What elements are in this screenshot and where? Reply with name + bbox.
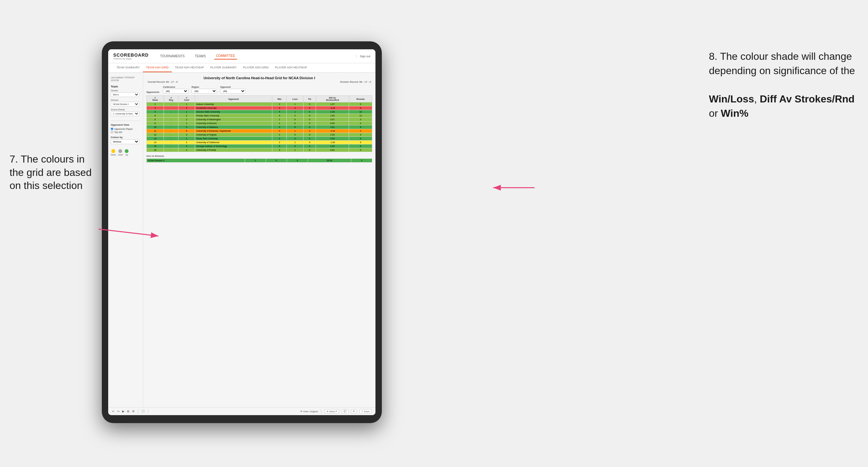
colour-legend: Down Level Up — [111, 149, 140, 156]
undo-icon[interactable]: ↩ — [112, 410, 115, 413]
school-label: School (Rank) — [111, 108, 140, 111]
bottom-toolbar: ↩ ↪ ▶ ⊞ ⚙ 🕐 👁 View: Original 👁 Watch ▾ 💬… — [108, 407, 375, 415]
toolbar-divider2 — [148, 409, 148, 413]
table-header-row: #Rank #Reg #Conf Opponent Win Loss Tie D… — [147, 96, 372, 102]
tablet-screen: SCOREBOARD Powered by clippd TOURNAMENTS… — [108, 49, 375, 415]
table-row: 16-2University of Florida3106.625 — [147, 148, 372, 152]
opponent-filter-select[interactable]: (All) — [220, 89, 246, 94]
subnav-team-h2h-grid[interactable]: TEAM H2H GRID — [143, 63, 172, 72]
filters-row: Opponents: Conference (All) Region (All) — [146, 86, 372, 94]
toolbar-divider3 — [321, 409, 321, 413]
opponent-view-label: Opponent View — [111, 123, 140, 126]
team-section-title: Team — [111, 85, 140, 88]
colour-by-label: Colour by — [111, 136, 140, 139]
radio-top100[interactable]: Top 100 — [111, 131, 140, 133]
subnav-team-h2h-heatmap[interactable]: TEAM H2H HEATMAP — [172, 63, 207, 72]
table-row: 14-2University of Oklahoma210-1.009 — [147, 141, 372, 145]
table-row: 12-3University of Virginia1002.333 — [147, 133, 372, 137]
nav-tournaments[interactable]: TOURNAMENTS — [158, 53, 186, 59]
table-row: 13-1Texas Tech University3005.569 — [147, 137, 372, 141]
col-diff: Diff AvStrokes/Rnd — [316, 96, 349, 102]
colour-by-select[interactable]: Win/loss Diff Av Strokes/Rnd Win% — [111, 139, 140, 144]
tablet-device: SCOREBOARD Powered by clippd TOURNAMENTS… — [102, 41, 382, 423]
legend-up: Up — [125, 149, 128, 156]
annotation-bold-winloss: Win/Loss — [709, 93, 754, 105]
out-of-division-label: Out of division — [146, 155, 372, 157]
out-division-tie: 0 — [287, 159, 308, 162]
copy-icon[interactable]: ⊞ — [127, 410, 129, 413]
content-area: Last Updated: 27/03/2024 16:55:38 Team G… — [108, 73, 375, 407]
table-row: 4-1Arizona State University5102.2816 — [147, 110, 372, 114]
redo-icon[interactable]: ↪ — [117, 410, 120, 413]
radio-opponents-played[interactable]: Opponents Played — [111, 128, 140, 130]
table-row: 10-5University of Alabama3002.618 — [147, 125, 372, 129]
subnav-player-h2h-heatmap[interactable]: PLAYER H2H HEATMAP — [272, 63, 310, 72]
col-rounds: Rounds — [349, 96, 372, 102]
col-win: Win — [272, 96, 287, 102]
out-division-diff: 26.00 — [308, 159, 351, 162]
comment-button[interactable]: 💬 — [342, 409, 348, 413]
legend-down: Down — [111, 149, 116, 156]
division-select[interactable]: NCAA Division I — [111, 102, 140, 106]
clock-icon[interactable]: 🕐 — [141, 410, 145, 413]
region-filter-label: Region — [191, 86, 217, 88]
gender-select[interactable]: Men's — [111, 92, 140, 97]
table-row: 32Vanderbilt University040-2.298 — [147, 106, 372, 110]
share-button[interactable]: ↗ Share — [359, 409, 372, 413]
legend-dot-up — [125, 149, 128, 153]
forward-icon[interactable]: ▶ — [122, 410, 124, 413]
out-division-name: NCAA Division II — [147, 159, 245, 162]
table-row: 15-4Georgia Institute of Technology5004.… — [147, 145, 372, 148]
legend-dot-level — [118, 149, 122, 153]
conference-filter-label: Conference — [163, 86, 188, 88]
app-header: SCOREBOARD Powered by clippd TOURNAMENTS… — [108, 49, 375, 63]
nav-teams[interactable]: TEAMS — [193, 53, 208, 59]
annotation-bold-winpct: Win% — [721, 107, 748, 119]
out-of-division-table: NCAA Division II 1 0 0 26.00 3 — [146, 158, 372, 162]
out-division-rounds: 3 — [351, 159, 372, 162]
nav-committee[interactable]: COMMITTEE — [214, 53, 237, 60]
sub-nav: TEAM SUMMARY TEAM H2H GRID TEAM H2H HEAT… — [108, 63, 375, 73]
gender-label: Gender — [111, 89, 140, 92]
filter-opponent: Opponent (All) — [220, 86, 246, 94]
grid-button[interactable]: ⊞ — [351, 409, 357, 413]
filter-conference: Conference (All) — [163, 86, 188, 94]
settings-icon[interactable]: ⚙ — [132, 410, 134, 413]
main-content: University of North Carolina Head-to-Hea… — [143, 73, 375, 407]
out-of-division-row: NCAA Division II 1 0 0 26.00 3 — [147, 159, 372, 162]
opponent-view-radios: Opponents Played Top 100 — [111, 128, 140, 133]
school-select[interactable]: 1. University of Nort... — [111, 111, 140, 116]
col-tie: Tie — [303, 96, 316, 102]
filter-region: Region (All) — [191, 86, 217, 94]
conference-filter-select[interactable]: (All) — [163, 89, 188, 94]
table-row: 9-1University of Arizona1009.002 — [147, 122, 372, 125]
table-row: 8-2University of Washington1003.673 — [147, 118, 372, 122]
last-updated: Last Updated: 27/03/2024 16:55:38 — [111, 76, 140, 82]
col-reg: #Reg — [164, 96, 179, 102]
toolbar-divider — [138, 409, 138, 413]
watch-button[interactable]: 👁 Watch ▾ — [324, 409, 340, 413]
opponents-label: Opponents: — [146, 91, 160, 94]
region-filter-select[interactable]: (All) — [191, 89, 217, 94]
subnav-player-summary[interactable]: PLAYER SUMMARY — [207, 63, 240, 72]
h2h-table: #Rank #Reg #Conf Opponent Win Loss Tie D… — [146, 95, 372, 152]
grid-title: University of North Carolina Head-to-Hea… — [146, 76, 372, 80]
opponent-filter-label: Opponent — [220, 86, 246, 88]
out-division-loss: 0 — [266, 159, 287, 162]
col-rank: #Rank — [147, 96, 164, 102]
view-original: 👁 View: Original — [300, 410, 318, 413]
annotation-right: 8. The colour shade will change dependin… — [709, 49, 862, 121]
out-division-win: 1 — [245, 159, 266, 162]
subnav-player-h2h-grid[interactable]: PLAYER H2H GRID — [240, 63, 272, 72]
annotation-left: 7. The colours in the grid are based on … — [9, 153, 99, 192]
annotation-bold-diffav: Diff Av Strokes/Rnd — [760, 93, 855, 105]
subnav-team-summary[interactable]: TEAM SUMMARY — [113, 63, 143, 72]
table-row: 2-1Auburn University2101.679 — [147, 102, 372, 106]
col-loss: Loss — [287, 96, 303, 102]
legend-level: Level — [118, 149, 123, 156]
logo-text: SCOREBOARD — [113, 53, 149, 58]
col-conf: #Conf — [179, 96, 195, 102]
sign-out-link[interactable]: Sign out — [356, 55, 370, 58]
col-opponent: Opponent — [195, 96, 272, 102]
logo-sub: Powered by clippd — [113, 58, 149, 60]
